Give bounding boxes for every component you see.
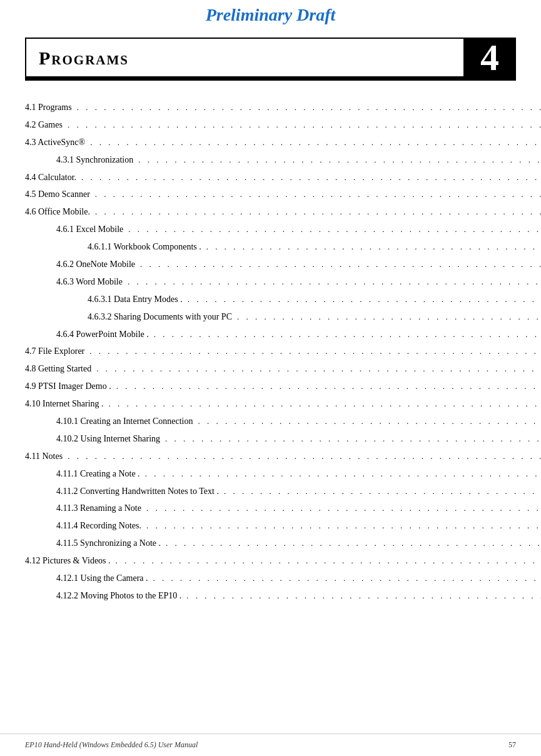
toc-dots: . . . . . . . . . . . . . . . . . . . . … <box>90 135 541 150</box>
toc-entry: 4.11.4 Recording Notes. . . . . . . . . … <box>25 518 516 534</box>
toc-entry: 4.11.5 Synchronizing a Note . . . . . . … <box>25 535 516 552</box>
toc-entry: 4.6.3.1 Data Entry Modes . . . . . . . .… <box>25 291 516 308</box>
toc-label: 4.11.5 Synchronizing a Note . <box>56 535 161 552</box>
toc-label: 4.11.2 Converting Handwritten Notes to T… <box>56 483 219 500</box>
toc-left: 4.6.3.2 Sharing Documents with your PC .… <box>88 309 541 325</box>
toc-label: 4.10.2 Using Internet Sharing <box>56 431 160 447</box>
toc-entry: 4.6.3.2 Sharing Documents with your PC .… <box>25 309 516 325</box>
toc-left: 4.10.2 Using Internet Sharing . . . . . … <box>56 431 541 447</box>
toc-dots: . . . . . . . . . . . . . . . . . . . . … <box>198 414 542 429</box>
toc-dots: . . . . . . . . . . . . . . . . . . . . … <box>140 257 541 272</box>
toc-dots: . . . . . . . . . . . . . . . . . . . . … <box>188 292 541 307</box>
toc-entry: 4.6.4 PowerPoint Mobile . . . . . . . . … <box>25 326 516 343</box>
toc-label: 4.6 Office Mobile. <box>25 204 90 220</box>
toc-dots: . . . . . . . . . . . . . . . . . . . . … <box>116 379 541 394</box>
toc-entry: 4.8 Getting Started . . . . . . . . . . … <box>25 361 516 377</box>
toc-dots: . . . . . . . . . . . . . . . . . . . . … <box>206 239 541 255</box>
toc-left: 4.6.3 Word Mobile . . . . . . . . . . . … <box>56 274 541 290</box>
toc-entry: 4.10.1 Creating an Internet Connection .… <box>25 413 516 430</box>
toc-entry: 4.2 Games . . . . . . . . . . . . . . . … <box>25 117 516 133</box>
chapter-header: Programs 4 <box>25 38 516 78</box>
toc-label: 4.4 Calculator. <box>25 169 76 186</box>
toc-left: 4.10.1 Creating an Internet Connection .… <box>56 413 541 430</box>
toc-left: 4.12 Pictures & Videos . . . . . . . . .… <box>25 553 541 569</box>
toc-label: 4.10 Internet Sharing . <box>25 396 104 412</box>
toc-left: 4.5 Demo Scanner . . . . . . . . . . . .… <box>25 186 541 203</box>
toc-entry: 4.11.3 Renaming a Note . . . . . . . . .… <box>25 500 516 517</box>
toc-entry: 4.12.1 Using the Camera . . . . . . . . … <box>25 570 516 587</box>
toc-dots: . . . . . . . . . . . . . . . . . . . . … <box>96 361 541 376</box>
toc-left: 4.6.1.1 Workbook Components . . . . . . … <box>88 239 541 255</box>
toc-dots: . . . . . . . . . . . . . . . . . . . . … <box>77 100 541 115</box>
chapter-underline <box>25 78 516 81</box>
toc-label: 4.11.4 Recording Notes. <box>56 518 141 534</box>
toc-left: 4.11.2 Converting Handwritten Notes to T… <box>56 483 541 500</box>
toc-left: 4.2 Games . . . . . . . . . . . . . . . … <box>25 117 541 133</box>
toc-label: 4.10.1 Creating an Internet Connection <box>56 413 193 430</box>
chapter-title-area: Programs <box>26 39 465 76</box>
toc-label: 4.12.2 Moving Photos to the EP10 . <box>56 588 181 604</box>
toc-dots: . . . . . . . . . . . . . . . . . . . . … <box>146 518 541 533</box>
toc-dots: . . . . . . . . . . . . . . . . . . . . … <box>109 396 541 411</box>
toc-left: 4.4 Calculator. . . . . . . . . . . . . … <box>25 169 541 186</box>
toc-entry: 4.6.1.1 Workbook Components . . . . . . … <box>25 239 516 255</box>
toc-left: 4.11.5 Synchronizing a Note . . . . . . … <box>56 535 541 552</box>
toc-left: 4.11.1 Creating a Note . . . . . . . . .… <box>56 466 541 482</box>
toc-dots: . . . . . . . . . . . . . . . . . . . . … <box>68 118 541 133</box>
toc-label: 4.7 File Explorer <box>25 343 84 360</box>
toc-label: 4.6.3 Word Mobile <box>56 274 123 290</box>
chapter-title: Programs <box>39 48 451 69</box>
toc-entry: 4.10 Internet Sharing . . . . . . . . . … <box>25 396 516 412</box>
toc-label: 4.6.1.1 Workbook Components . <box>88 239 201 255</box>
toc-label: 4.11 Notes <box>25 448 63 465</box>
toc-label: 4.1 Programs <box>25 99 72 116</box>
toc-entry: 4.4 Calculator. . . . . . . . . . . . . … <box>25 169 516 186</box>
toc-content: 4.1 Programs . . . . . . . . . . . . . .… <box>25 99 516 605</box>
toc-dots: . . . . . . . . . . . . . . . . . . . . … <box>186 588 541 603</box>
toc-left: 4.12.2 Moving Photos to the EP10 . . . .… <box>56 588 541 604</box>
toc-entry: 4.1 Programs . . . . . . . . . . . . . .… <box>25 99 516 116</box>
toc-left: 4.11.4 Recording Notes. . . . . . . . . … <box>56 518 541 534</box>
toc-entry: 4.10.2 Using Internet Sharing . . . . . … <box>25 431 516 447</box>
toc-left: 4.6.1 Excel Mobile . . . . . . . . . . .… <box>56 221 541 238</box>
toc-label: 4.12.1 Using the Camera . <box>56 570 148 587</box>
toc-dots: . . . . . . . . . . . . . . . . . . . . … <box>165 431 541 446</box>
toc-label: 4.9 PTSI Imager Demo . <box>25 378 111 395</box>
toc-label: 4.6.3.1 Data Entry Modes . <box>88 291 183 308</box>
toc-label: 4.12 Pictures & Videos . <box>25 553 111 569</box>
toc-entry: 4.6.1 Excel Mobile . . . . . . . . . . .… <box>25 221 516 238</box>
preliminary-draft-header: Preliminary Draft <box>0 0 541 31</box>
toc-dots: . . . . . . . . . . . . . . . . . . . . … <box>224 484 541 499</box>
toc-label: 4.2 Games <box>25 117 63 133</box>
toc-dots: . . . . . . . . . . . . . . . . . . . . … <box>81 170 541 185</box>
toc-dots: . . . . . . . . . . . . . . . . . . . . … <box>128 275 541 290</box>
toc-left: 4.6.4 PowerPoint Mobile . . . . . . . . … <box>56 326 541 343</box>
toc-dots: . . . . . . . . . . . . . . . . . . . . … <box>89 344 541 359</box>
toc-left: 4.9 PTSI Imager Demo . . . . . . . . . .… <box>25 378 541 395</box>
toc-left: 4.7 File Explorer . . . . . . . . . . . … <box>25 343 541 360</box>
toc-dots: . . . . . . . . . . . . . . . . . . . . … <box>138 153 541 168</box>
chapter-number: 4 <box>480 39 499 76</box>
toc-left: 4.3 ActiveSync® . . . . . . . . . . . . … <box>25 134 541 151</box>
toc-left: 4.11 Notes . . . . . . . . . . . . . . .… <box>25 448 541 465</box>
toc-label: 4.6.2 OneNote Mobile <box>56 256 135 273</box>
toc-entry: 4.3.1 Synchronization . . . . . . . . . … <box>25 152 516 168</box>
toc-entry: 4.3 ActiveSync® . . . . . . . . . . . . … <box>25 134 516 151</box>
toc-entry: 4.5 Demo Scanner . . . . . . . . . . . .… <box>25 186 516 203</box>
toc-dots: . . . . . . . . . . . . . . . . . . . . … <box>95 204 541 219</box>
toc-entry: 4.11 Notes . . . . . . . . . . . . . . .… <box>25 448 516 465</box>
page-container: Preliminary Draft Programs 4 4.1 Program… <box>0 0 541 756</box>
page-footer: EP10 Hand-Held (Windows Embedded 6.5) Us… <box>0 733 541 756</box>
toc-label: 4.6.1 Excel Mobile <box>56 221 123 238</box>
toc-entry: 4.7 File Explorer . . . . . . . . . . . … <box>25 343 516 360</box>
footer-left: EP10 Hand-Held (Windows Embedded 6.5) Us… <box>25 740 198 750</box>
toc-entry: 4.11.1 Creating a Note . . . . . . . . .… <box>25 466 516 482</box>
toc-left: 4.3.1 Synchronization . . . . . . . . . … <box>56 152 541 168</box>
toc-label: 4.3.1 Synchronization <box>56 152 133 168</box>
toc-label: 4.3 ActiveSync® <box>25 134 85 151</box>
toc-entry: 4.6.3 Word Mobile . . . . . . . . . . . … <box>25 274 516 290</box>
toc-label: 4.8 Getting Started <box>25 361 91 377</box>
toc-dots: . . . . . . . . . . . . . . . . . . . . … <box>128 222 541 237</box>
toc-dots: . . . . . . . . . . . . . . . . . . . . … <box>237 310 541 325</box>
toc-entry: 4.12.2 Moving Photos to the EP10 . . . .… <box>25 588 516 604</box>
